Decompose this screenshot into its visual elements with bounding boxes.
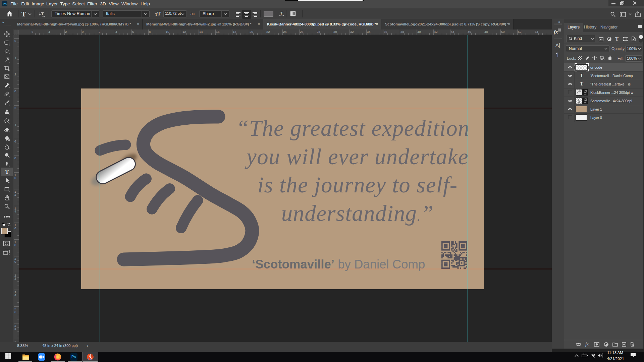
- svg-text:T: T: [41, 11, 44, 16]
- svg-text:T: T: [5, 169, 9, 175]
